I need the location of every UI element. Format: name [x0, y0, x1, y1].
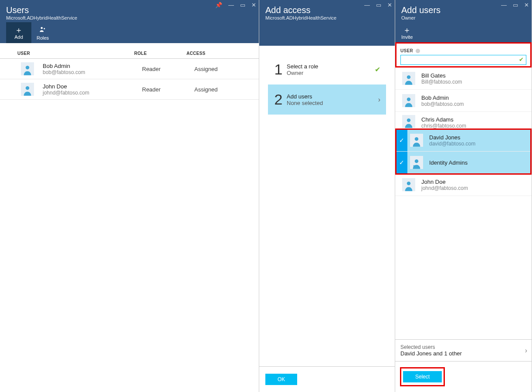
add-button[interactable]: ＋ Add [6, 22, 31, 43]
user-info: Identity Admins [429, 156, 468, 169]
valid-check-icon: ✔ [519, 56, 524, 63]
roles-button[interactable]: Roles [31, 22, 54, 43]
users-body: USER ROLE ACCESS Bob Admin bob@fabtoso.c… [0, 43, 259, 392]
select-button-highlight: Select [401, 368, 444, 385]
step-select-role[interactable]: 1 Select a role Owner ✔ [268, 54, 386, 84]
close-icon[interactable]: ✕ [387, 2, 392, 8]
user-row[interactable]: Chris Adams chris@fabtoso.com [395, 112, 532, 129]
info-icon[interactable] [416, 49, 420, 53]
user-search-input[interactable] [400, 55, 526, 65]
user-email: johnd@fabtoso.com [421, 185, 468, 191]
user-search-box: ✔ [400, 55, 526, 65]
ok-button[interactable]: OK [265, 374, 297, 385]
user-email: david@fabtoso.com [429, 141, 475, 147]
step-labels: Add users None selected [287, 93, 323, 106]
add-users-toolbar: ＋ Invite [401, 22, 525, 42]
user-name: Bob Admin [421, 95, 464, 101]
minimize-icon[interactable]: — [501, 2, 507, 8]
add-users-blade: — ▭ ✕ Add users Owner ＋ Invite USER ✔ [395, 0, 532, 392]
user-name: David Jones [429, 134, 475, 141]
col-role: ROLE [134, 51, 186, 56]
user-email: Bill@fabtoso.com [421, 79, 462, 85]
selection-strip [395, 112, 400, 129]
avatar [410, 156, 423, 169]
selection-strip: ✓ [396, 152, 407, 173]
pin-icon[interactable]: 📌 [215, 2, 222, 8]
svg-point-6 [407, 118, 410, 122]
window-controls: 📌 — ▭ ✕ [215, 2, 256, 8]
user-name-block: John Doe johnd@fabtoso.com [43, 83, 142, 96]
add-users-body: USER ✔ Bill Gates Bill@fabtoso.com [395, 42, 532, 392]
minimize-icon[interactable]: — [364, 2, 370, 8]
avatar [402, 115, 415, 128]
close-icon[interactable]: ✕ [251, 2, 256, 8]
maximize-icon[interactable]: ▭ [376, 2, 381, 8]
step-label: Add users [287, 93, 323, 100]
user-row[interactable]: John Doe johnd@fabtoso.com [395, 174, 532, 196]
user-role: Reader [142, 66, 194, 72]
svg-point-2 [26, 66, 29, 69]
spacer [259, 123, 395, 366]
avatar [402, 94, 415, 107]
table-row[interactable]: John Doe johnd@fabtoso.com Reader Assign… [0, 79, 259, 100]
users-toolbar: ＋ Add Roles [6, 22, 253, 43]
select-button[interactable]: Select [403, 371, 442, 382]
user-info: Chris Adams chris@fabtoso.com [421, 116, 466, 129]
selection-strip [395, 68, 400, 89]
users-blade-header: 📌 — ▭ ✕ Users Microsoft.ADHybridHealthSe… [0, 0, 259, 43]
add-access-header: — ▭ ✕ Add access Microsoft.ADHybridHealt… [259, 0, 395, 46]
add-access-footer: OK [259, 366, 395, 392]
col-user: USER [12, 51, 134, 56]
minimize-icon[interactable]: — [228, 2, 234, 8]
step-add-users[interactable]: 2 Add users None selected › [268, 84, 386, 115]
user-email: bob@fabtoso.com [421, 101, 464, 107]
chevron-right-icon: › [525, 347, 527, 355]
invite-button[interactable]: ＋ Invite [401, 22, 418, 42]
user-info: Bill Gates Bill@fabtoso.com [421, 72, 462, 85]
users-subtitle: Microsoft.ADHybridHealthService [6, 15, 253, 22]
check-icon: ✔ [375, 65, 380, 74]
user-row[interactable]: Bob Admin bob@fabtoso.com [395, 90, 532, 112]
user-name: Identity Admins [429, 159, 468, 166]
user-email: chris@fabtoso.com [421, 123, 466, 129]
roles-icon [37, 26, 49, 35]
plus-icon: ＋ [401, 26, 413, 34]
step-value: Owner [287, 70, 318, 76]
maximize-icon[interactable]: ▭ [240, 2, 245, 8]
avatar [410, 134, 423, 147]
close-icon[interactable]: ✕ [524, 2, 529, 8]
user-access: Assigned [194, 86, 217, 93]
user-access: Assigned [194, 66, 217, 72]
selected-users-summary[interactable]: Selected users David Jones and 1 other › [395, 339, 532, 361]
table-row[interactable]: Bob Admin bob@fabtoso.com Reader Assigne… [0, 59, 259, 79]
user-name: Bob Admin [43, 63, 142, 69]
avatar [402, 178, 415, 191]
user-role: Reader [142, 86, 194, 93]
user-list: Bill Gates Bill@fabtoso.com Bob Admin bo… [395, 68, 532, 339]
user-name: John Doe [43, 83, 142, 90]
selection-strip [395, 90, 400, 112]
add-label: Add [11, 34, 26, 40]
window-controls: — ▭ ✕ [501, 2, 529, 8]
selected-users-value: David Jones and 1 other [400, 350, 526, 357]
user-row[interactable]: ✓ Identity Admins [396, 152, 531, 174]
user-name: Chris Adams [421, 116, 466, 123]
roles-label: Roles [37, 35, 49, 41]
svg-point-8 [415, 159, 418, 163]
chevron-right-icon: › [378, 96, 380, 104]
svg-point-10 [407, 182, 410, 185]
user-search-label: USER [400, 48, 413, 53]
step-labels: Select a role Owner [287, 63, 318, 76]
avatar [21, 83, 34, 96]
step-value: None selected [287, 100, 323, 106]
maximize-icon[interactable]: ▭ [513, 2, 518, 8]
selection-strip [395, 174, 400, 196]
user-email: bob@fabtoso.com [43, 69, 142, 75]
user-row[interactable]: Bill Gates Bill@fabtoso.com [395, 68, 532, 90]
svg-point-0 [41, 27, 43, 29]
user-name: John Doe [421, 179, 468, 185]
user-row[interactable]: ✓ David Jones david@fabtoso.com [396, 129, 531, 152]
add-access-body: 1 Select a role Owner ✔ 2 Add users None… [259, 46, 395, 392]
steps-container: 1 Select a role Owner ✔ 2 Add users None… [259, 46, 395, 123]
col-access: ACCESS [186, 51, 247, 56]
